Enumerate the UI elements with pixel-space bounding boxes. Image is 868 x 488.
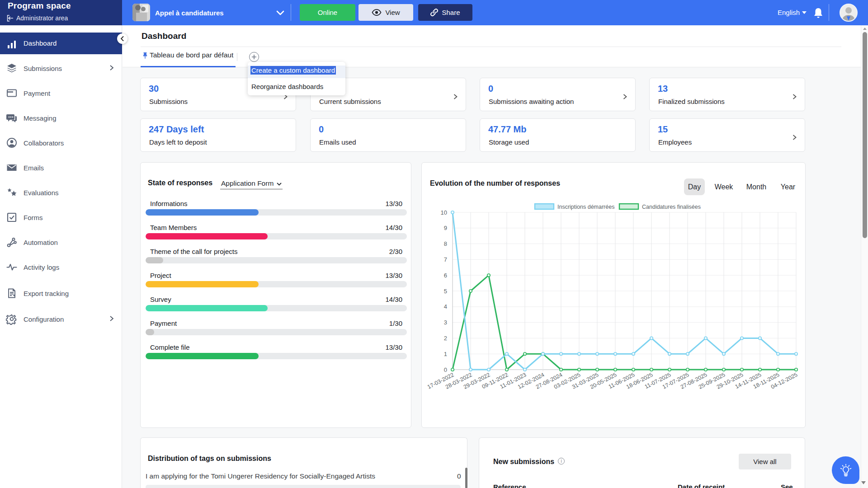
svg-text:Candidatures finalisées: Candidatures finalisées [642, 204, 701, 210]
svg-text:7: 7 [444, 256, 447, 263]
svg-text:Inscriptions démarrées: Inscriptions démarrées [557, 204, 614, 210]
svg-text:2: 2 [444, 335, 447, 342]
svg-text:3: 3 [444, 319, 447, 326]
svg-text:6: 6 [444, 272, 447, 279]
svg-text:0: 0 [444, 366, 447, 373]
svg-text:5: 5 [444, 288, 447, 295]
svg-text:4: 4 [444, 303, 447, 310]
svg-text:1: 1 [444, 351, 447, 357]
svg-text:10: 10 [441, 209, 447, 216]
svg-text:9: 9 [444, 225, 447, 231]
svg-text:8: 8 [444, 240, 447, 247]
